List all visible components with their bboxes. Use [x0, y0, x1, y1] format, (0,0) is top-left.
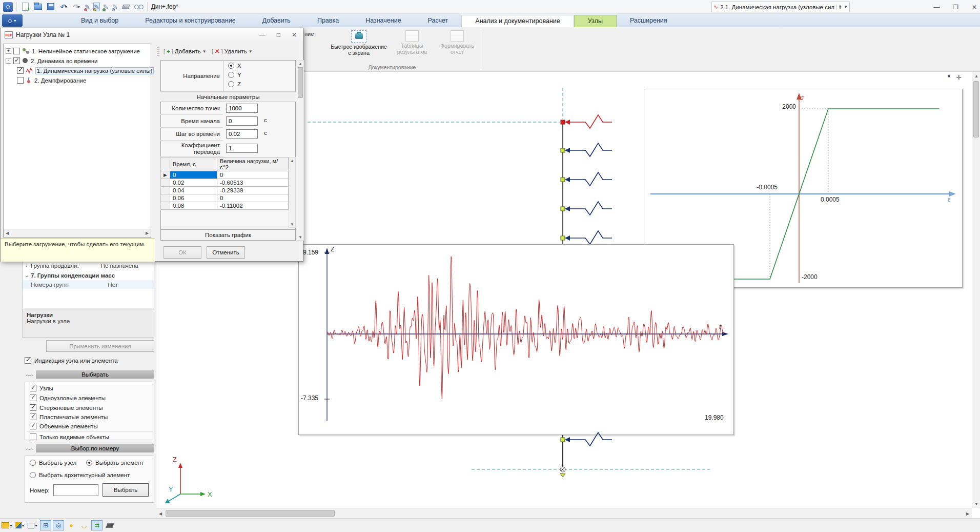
parameters-scrollbar[interactable]: ▲ ▼	[297, 60, 304, 241]
dialog-minimize-button[interactable]: —	[259, 31, 266, 38]
window-layout-icon[interactable]: ▼	[27, 520, 38, 530]
radio[interactable]	[30, 460, 36, 466]
filter-solid-elements[interactable]: Объемные элементы	[30, 423, 98, 429]
eraser-icon[interactable]	[121, 2, 131, 11]
undo-icon[interactable]: ↶▾	[59, 2, 68, 11]
window-close-button[interactable]: ✕	[972, 4, 977, 11]
add-load-button[interactable]: [+] Добавить▼	[164, 46, 207, 57]
scroll-right-icon[interactable]: ▶	[144, 229, 151, 237]
tree-checkbox[interactable]	[17, 67, 24, 74]
points-count-input[interactable]	[226, 104, 258, 113]
application-menu-button[interactable]: ◇▼	[2, 14, 23, 27]
number-input[interactable]	[53, 484, 98, 496]
node-snap-toggle[interactable]: ◎	[53, 520, 64, 530]
save-icon[interactable]	[46, 2, 55, 11]
app-logo-icon[interactable]: ◇	[3, 2, 13, 12]
dropdown-caret-icon[interactable]: ▼	[844, 5, 848, 9]
direction-x-radio[interactable]: X	[228, 63, 241, 69]
table-row[interactable]: 0.02-0.60513	[161, 179, 289, 187]
current-load-selector[interactable]: ∿ 2.1. Динамическая нагрузка (узловые си…	[711, 2, 850, 12]
tab-rasshireniya[interactable]: Расширения	[617, 15, 681, 27]
tab-vid-i-vybor[interactable]: Вид и выбор	[68, 15, 132, 27]
table-scrollbar[interactable]: ▲ ▼	[289, 157, 296, 228]
cancel-button[interactable]: Отменить	[207, 246, 245, 259]
checkbox[interactable]	[30, 385, 36, 391]
redo-icon[interactable]: ↷▾	[72, 2, 81, 11]
time-step-input[interactable]	[226, 129, 258, 139]
window-maximize-button[interactable]: ❐	[953, 4, 958, 11]
horizontal-scrollbar[interactable]: ◀ ▶	[156, 508, 972, 518]
scroll-right-icon[interactable]: ▶	[964, 509, 972, 518]
table-row[interactable]: ▶00	[161, 171, 289, 179]
dialog-maximize-button[interactable]: □	[277, 31, 280, 38]
radio-select-node[interactable]: Выбрать узел	[30, 460, 76, 466]
property-row-mass-groups[interactable]: ⌄ 7. Группы конденсации масс	[23, 271, 154, 280]
result-tables-button[interactable]: Таблицы результатов	[391, 29, 434, 64]
checkbox[interactable]	[30, 404, 36, 411]
tab-analiz-active[interactable]: Анализ и документирование	[461, 15, 574, 27]
filter-nodes[interactable]: Узлы	[30, 385, 53, 391]
tree-item-label[interactable]: 2. Демпфирование	[34, 77, 86, 84]
direction-z-radio[interactable]: Z	[228, 81, 241, 87]
select-by-number-button[interactable]: Выбрать	[103, 483, 149, 497]
only-visible-checkbox-row[interactable]: Только видимые объекты	[30, 434, 109, 440]
tab-raschet[interactable]: Расчет	[415, 15, 462, 27]
tree-item-label-selected[interactable]: 1. Динамическая нагрузка (узловые силы)	[35, 67, 154, 74]
scroll-up-icon[interactable]: ▲	[297, 61, 304, 67]
filter-plate-elements[interactable]: Пластинчатые элементы	[30, 413, 108, 420]
grid-snap-toggle[interactable]: ⊞	[40, 520, 51, 530]
tree-expand-icon[interactable]: +	[6, 48, 11, 54]
scroll-up-icon[interactable]: ▲	[972, 72, 980, 80]
tab-uzly-contextual[interactable]: Узлы	[574, 15, 617, 27]
filter-bar-elements[interactable]: Стержневые элементы	[30, 404, 103, 411]
units-ruler-icon[interactable]: ▼	[2, 520, 13, 530]
tree-checkbox[interactable]	[13, 48, 20, 54]
scroll-down-icon[interactable]: ▼	[297, 234, 304, 240]
tab-naznachenie[interactable]: Назначение	[352, 15, 414, 27]
collapse-chevron-icon[interactable]: ︿︿	[26, 445, 33, 452]
tree-checkbox[interactable]	[13, 57, 20, 64]
delete-load-button[interactable]: [✕] Удалить▼	[212, 46, 253, 57]
checkbox[interactable]	[30, 395, 36, 401]
tree-item-label[interactable]: 1. Нелинейное статическое загружение	[32, 48, 140, 54]
load-cases-tree[interactable]: + 1. Нелинейное статическое загружение -…	[3, 44, 151, 238]
pan-icon[interactable]: ✛	[956, 74, 962, 81]
radio[interactable]	[86, 460, 92, 466]
load-values-table[interactable]: Время, с Величина нагрузки, м/с^2 ▶00 0.…	[160, 157, 289, 210]
pen-green-icon[interactable]: ✎	[103, 3, 109, 11]
align-snap-toggle[interactable]: ⇉	[91, 520, 103, 530]
window-minimize-button[interactable]: —	[933, 4, 940, 11]
pen-blue-icon[interactable]: ✎	[112, 3, 118, 11]
open-file-icon[interactable]	[33, 2, 43, 11]
table-row[interactable]: 0.08-0.11002	[161, 202, 289, 210]
table-row[interactable]: 0.04-0.29339	[161, 187, 289, 194]
generate-report-button[interactable]: Формировать отчет	[436, 29, 479, 64]
radio-select-arch-element[interactable]: Выбрать архитектурный элемент	[30, 472, 130, 478]
indication-checkbox-row[interactable]: Индикация узла или элемента	[25, 357, 118, 364]
direction-y-radio[interactable]: Y	[228, 72, 241, 78]
toolbar-grip[interactable]	[157, 47, 159, 56]
checkbox[interactable]	[30, 423, 36, 429]
property-row-punch-group[interactable]: › Группа продавли: Не назначена	[23, 261, 154, 270]
filter-single-node-elements[interactable]: Одноузловые элементы	[30, 395, 106, 401]
checkbox[interactable]	[30, 434, 36, 440]
quick-image-button[interactable]: Быстрое изображение с экрана	[331, 29, 387, 64]
chevron-right-icon[interactable]: ›	[23, 263, 31, 268]
select-by-number-header[interactable]: Выбор по номеру	[36, 444, 154, 452]
point-snap-toggle[interactable]: ●	[66, 520, 77, 530]
vertical-scrollbar[interactable]: ▲ ▼	[972, 72, 980, 508]
scroll-left-icon[interactable]: ◀	[4, 229, 11, 237]
tree-item-label[interactable]: 2. Динамика во времени	[31, 58, 98, 64]
view-filter-icon[interactable]: ▼	[947, 74, 951, 81]
table-row[interactable]: 0.060	[161, 194, 289, 202]
spinner-updown-icon[interactable]: ▲▼	[836, 5, 842, 10]
radio-select-element[interactable]: Выбрать элемент	[86, 460, 144, 466]
tree-collapse-icon[interactable]: -	[6, 58, 11, 64]
eraser-mode-icon[interactable]	[104, 520, 115, 530]
conversion-factor-input[interactable]	[226, 144, 258, 153]
new-file-icon[interactable]: +	[21, 2, 30, 11]
select-section-header[interactable]: Выбирать	[36, 370, 154, 379]
scroll-up-icon[interactable]: ▲	[289, 157, 296, 164]
scroll-down-icon[interactable]: ▼	[972, 500, 980, 508]
arc-snap-toggle[interactable]: ◡	[78, 520, 90, 530]
